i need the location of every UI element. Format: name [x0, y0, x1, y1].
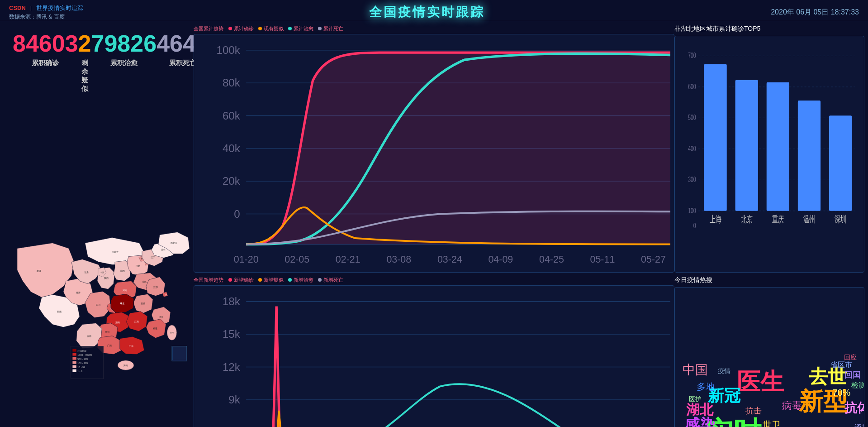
top5-title: 非湖北地区城市累计确诊TOP5 [674, 25, 864, 33]
svg-text:检测: 检测 [851, 381, 864, 389]
svg-text:去世: 去世 [809, 366, 847, 387]
svg-text:山西: 山西 [120, 269, 125, 272]
svg-text:河南: 河南 [123, 289, 127, 292]
svg-text:沪: 沪 [165, 293, 167, 296]
svg-text:广西: 广西 [107, 344, 112, 347]
word-cloud: 医生 去世 新冠 新型 实时 中国 感染 病毒 支援 湖北 地摊 大规模 回国 … [674, 287, 864, 427]
national-trend-title: 全国累计趋势 累计确诊 现有疑似 累计治愈 累计死亡 [194, 25, 674, 32]
svg-rect-79 [72, 349, 76, 352]
svg-rect-107 [735, 80, 758, 211]
svg-rect-87 [72, 365, 76, 368]
svg-rect-91 [172, 346, 187, 361]
national-new-title: 全国新增趋势 新增确诊 新增疑似 新增治愈 新增死亡 [194, 276, 674, 283]
page-title: 全国疫情实时跟踪 [83, 4, 771, 21]
svg-text:甘肃: 甘肃 [84, 271, 89, 273]
svg-text:抗击: 抗击 [745, 407, 762, 416]
svg-text:回应: 回应 [844, 354, 857, 361]
left-panels: 全国累计趋势 累计确诊 现有疑似 累计治愈 累计死亡 [194, 25, 674, 427]
hotwords-title: 今日疫情热搜 [674, 276, 864, 284]
china-map-container: 新疆 西藏 青海 甘肃 内蒙古 陕西 山西 [4, 98, 194, 427]
svg-text:福建: 福建 [153, 327, 157, 330]
suspected-label: 剩余疑似 [78, 59, 91, 93]
svg-text:深圳: 深圳 [835, 214, 846, 225]
svg-rect-89 [72, 369, 76, 372]
svg-text:中国: 中国 [683, 363, 708, 377]
stat-recovered: 79826 累积治愈 [91, 32, 157, 93]
svg-text:宁夏: 宁夏 [100, 271, 104, 273]
svg-text:湖北: 湖北 [120, 302, 125, 305]
confirmed-number: 84603 [13, 32, 78, 55]
svg-text:80k: 80k [223, 77, 241, 89]
svg-text:通报: 通报 [854, 424, 864, 427]
svg-text:12k: 12k [223, 361, 241, 373]
stat-confirmed: 84603 累积确诊 [13, 32, 78, 93]
svg-rect-110 [829, 115, 852, 211]
new-trend-chart: 18k 15k 12k 9k 6k 3k 0 [194, 285, 674, 427]
svg-text:500 - 999: 500 - 999 [77, 358, 88, 360]
svg-text:1 - 9: 1 - 9 [77, 370, 82, 373]
svg-text:02-05: 02-05 [285, 254, 309, 265]
svg-text:1000 - 49999: 1000 - 49999 [77, 354, 92, 356]
legend-dead: 累计死亡 [318, 25, 343, 32]
world-track-label: 世界疫情实时追踪 [36, 4, 83, 12]
main-content: 全国累计趋势 累计确诊 现有疑似 累计治愈 累计死亡 [0, 21, 868, 421]
svg-text:安徽: 安徽 [141, 302, 145, 305]
svg-text:700: 700 [688, 51, 696, 60]
cumulative-chart: 100k 80k 60k 40k 20k 0 [194, 34, 674, 273]
legend-confirmed: 累计确诊 [228, 25, 254, 32]
svg-text:浙江: 浙江 [159, 316, 163, 318]
center-panel: 84603 累积确诊 2 剩余疑似 79826 累积治愈 4645 累积死亡 [4, 25, 194, 427]
svg-text:抗体: 抗体 [844, 401, 864, 415]
svg-rect-85 [72, 361, 76, 364]
svg-text:上海: 上海 [710, 214, 721, 225]
svg-text:疫情: 疫情 [718, 367, 730, 374]
svg-text:感染: 感染 [684, 416, 715, 427]
svg-text:100 - 499: 100 - 499 [77, 362, 88, 365]
svg-text:300: 300 [688, 175, 696, 184]
svg-text:医生: 医生 [737, 369, 784, 395]
svg-text:70%: 70% [832, 388, 850, 398]
header-top: CSDN | 世界疫情实时追踪 [9, 4, 83, 12]
svg-text:03-08: 03-08 [386, 254, 411, 265]
svg-text:05-27: 05-27 [641, 254, 666, 265]
header-divider: | [30, 5, 32, 11]
svg-text:600: 600 [688, 82, 696, 91]
svg-text:内蒙古: 内蒙古 [112, 250, 119, 253]
svg-text:0: 0 [234, 208, 240, 220]
svg-text:世卫: 世卫 [763, 420, 781, 427]
right-panels: 非湖北地区城市累计确诊TOP5 700 600 500 400 300 [674, 25, 864, 427]
svg-text:05-11: 05-11 [590, 254, 615, 265]
svg-text:01-20: 01-20 [234, 254, 259, 265]
national-new-panel: 全国新增趋势 新增确诊 新增疑似 新增治愈 新增死亡 [194, 276, 674, 427]
svg-text:> 50000: > 50000 [77, 350, 86, 352]
svg-rect-81 [72, 353, 76, 356]
svg-rect-106 [704, 64, 726, 211]
svg-text:四川: 四川 [96, 303, 100, 306]
svg-text:云南: 云南 [87, 335, 91, 337]
svg-text:04-09: 04-09 [488, 254, 513, 265]
stats-row: 84603 累积确诊 2 剩余疑似 79826 累积治愈 4645 累积死亡 [4, 27, 194, 98]
china-map-svg: 新疆 西藏 青海 甘肃 内蒙古 陕西 山西 [4, 98, 194, 427]
svg-text:湖南: 湖南 [115, 321, 120, 324]
legend-recovered: 累计治愈 [288, 25, 313, 32]
svg-text:02-21: 02-21 [336, 254, 360, 265]
hotwords-panel: 今日疫情热搜 医生 去世 新冠 新型 实时 中国 感染 病毒 支援 湖北 地摊 … [674, 276, 864, 427]
svg-text:20k: 20k [223, 175, 241, 187]
confirmed-label: 累积确诊 [13, 59, 78, 67]
svg-text:北京: 北京 [741, 214, 753, 225]
svg-rect-108 [767, 82, 789, 211]
svg-text:江苏: 江苏 [153, 286, 158, 288]
svg-text:18k: 18k [223, 295, 241, 307]
data-source: 数据来源：腾讯 & 百度 [9, 13, 83, 21]
legend-new-suspected: 新增疑似 [258, 277, 284, 283]
svg-text:0: 0 [693, 221, 696, 230]
legend-suspected: 现有疑似 [258, 25, 284, 32]
svg-text:病毒: 病毒 [782, 400, 802, 412]
svg-text:多地: 多地 [697, 382, 715, 392]
svg-text:西藏: 西藏 [57, 310, 62, 313]
legend-new-recovered: 新增治愈 [288, 277, 313, 283]
csdn-label: CSDN [9, 5, 26, 11]
svg-text:省区市: 省区市 [830, 361, 852, 369]
svg-text:60k: 60k [223, 110, 241, 122]
svg-text:陕西: 陕西 [104, 277, 109, 279]
